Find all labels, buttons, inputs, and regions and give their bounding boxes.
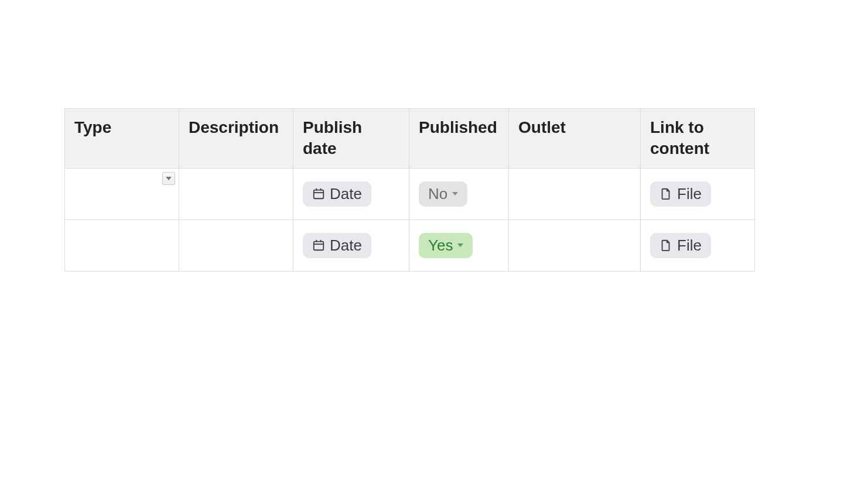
- content-table: Type Description Publish date Published …: [64, 108, 755, 272]
- file-label: File: [677, 236, 702, 255]
- cell-published: No: [409, 168, 509, 219]
- published-label: Yes: [428, 236, 453, 255]
- header-link-to-content: Link to content: [641, 109, 755, 169]
- calendar-icon: [312, 187, 325, 200]
- cell-publish-date: Date: [293, 219, 409, 271]
- date-picker[interactable]: Date: [303, 181, 371, 207]
- file-icon: [659, 187, 672, 200]
- type-dropdown-button[interactable]: [162, 172, 175, 185]
- cell-link-to-content: File: [641, 219, 755, 271]
- chevron-down-icon: [457, 243, 463, 247]
- table-row: DateYesFile: [65, 219, 755, 271]
- header-description: Description: [179, 109, 293, 169]
- published-select[interactable]: No: [419, 181, 467, 207]
- cell-type[interactable]: [65, 219, 179, 271]
- cell-outlet[interactable]: [509, 168, 641, 219]
- chevron-down-icon: [166, 177, 172, 180]
- file-picker[interactable]: File: [650, 181, 711, 207]
- chevron-down-icon: [452, 192, 458, 195]
- cell-published: Yes: [409, 219, 509, 271]
- cell-type[interactable]: [65, 168, 179, 219]
- file-icon: [659, 239, 672, 252]
- date-picker[interactable]: Date: [303, 233, 371, 258]
- calendar-icon: [312, 239, 325, 252]
- file-label: File: [677, 185, 702, 203]
- svg-rect-0: [314, 190, 324, 199]
- header-outlet: Outlet: [509, 109, 641, 169]
- cell-description[interactable]: [179, 219, 293, 271]
- table-body: DateNoFileDateYesFile: [65, 168, 755, 271]
- svg-rect-4: [314, 242, 324, 251]
- date-label: Date: [330, 236, 362, 255]
- cell-publish-date: Date: [293, 168, 409, 219]
- cell-description[interactable]: [179, 168, 293, 219]
- header-publish-date: Publish date: [293, 109, 409, 169]
- cell-link-to-content: File: [641, 168, 755, 219]
- table-row: DateNoFile: [65, 168, 755, 219]
- date-label: Date: [330, 185, 362, 203]
- header-published: Published: [409, 109, 509, 169]
- file-picker[interactable]: File: [650, 233, 711, 258]
- published-label: No: [428, 185, 447, 203]
- published-select[interactable]: Yes: [419, 233, 473, 258]
- cell-outlet[interactable]: [509, 219, 641, 271]
- header-type: Type: [65, 109, 179, 169]
